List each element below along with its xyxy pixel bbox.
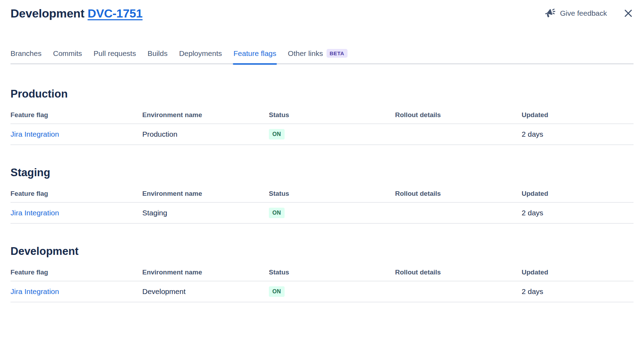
section-production: Production Feature flag Environment name… <box>10 87 634 145</box>
section-title: Production <box>10 87 634 101</box>
environment-name-cell: Production <box>142 130 269 138</box>
status-badge: ON <box>269 208 285 218</box>
tab-feature-flags[interactable]: Feature flags <box>234 49 277 58</box>
table-header-row: Feature flag Environment name Status Rol… <box>10 111 634 124</box>
column-header-environment-name: Environment name <box>142 268 269 276</box>
table-row: Jira Integration Staging ON 2 days <box>10 203 634 224</box>
column-header-environment-name: Environment name <box>142 190 269 198</box>
column-header-environment-name: Environment name <box>142 111 269 119</box>
feature-flag-cell: Jira Integration <box>10 209 142 217</box>
column-header-status: Status <box>269 190 395 198</box>
issue-key-link[interactable]: DVC-1751 <box>88 7 143 20</box>
tab-commits[interactable]: Commits <box>53 49 82 58</box>
panel-title-text: Development <box>10 7 84 20</box>
feature-flag-link[interactable]: Jira Integration <box>10 209 59 217</box>
section-title: Development <box>10 245 634 258</box>
status-badge: ON <box>269 129 285 139</box>
header-actions: Give feedback <box>544 7 634 19</box>
section-staging: Staging Feature flag Environment name St… <box>10 166 634 224</box>
status-badge: ON <box>269 286 285 297</box>
table-header-row: Feature flag Environment name Status Rol… <box>10 268 634 281</box>
column-header-rollout-details: Rollout details <box>395 268 522 276</box>
table-header-row: Feature flag Environment name Status Rol… <box>10 190 634 203</box>
column-header-updated: Updated <box>522 190 634 198</box>
column-header-status: Status <box>269 268 395 276</box>
page-title: Development DVC-1751 <box>10 6 143 21</box>
dev-panel-tabs: Branches Commits Pull requests Builds De… <box>10 49 634 64</box>
environment-name-cell: Development <box>142 287 269 296</box>
section-development: Development Feature flag Environment nam… <box>10 245 634 302</box>
section-title: Staging <box>10 166 634 179</box>
column-header-feature-flag: Feature flag <box>10 268 142 276</box>
status-cell: ON <box>269 129 395 139</box>
table-row: Jira Integration Development ON 2 days <box>10 281 634 302</box>
feature-flag-cell: Jira Integration <box>10 130 142 138</box>
column-header-feature-flag: Feature flag <box>10 111 142 119</box>
status-cell: ON <box>269 208 395 218</box>
status-cell: ON <box>269 286 395 297</box>
tab-other-links[interactable]: Other links BETA <box>288 49 348 58</box>
column-header-updated: Updated <box>522 111 634 119</box>
megaphone-icon <box>544 7 556 19</box>
beta-badge: BETA <box>327 49 348 58</box>
panel-header: Development DVC-1751 <box>10 6 634 21</box>
close-button[interactable] <box>623 8 634 19</box>
close-icon <box>623 8 634 19</box>
tab-builds[interactable]: Builds <box>148 49 167 58</box>
updated-cell: 2 days <box>522 209 634 217</box>
feature-flag-cell: Jira Integration <box>10 287 142 296</box>
column-header-status: Status <box>269 111 395 119</box>
development-panel: Development DVC-1751 <box>0 0 644 302</box>
environment-name-cell: Staging <box>142 209 269 217</box>
tab-pull-requests[interactable]: Pull requests <box>94 49 136 58</box>
give-feedback-button[interactable]: Give feedback <box>544 7 607 19</box>
column-header-feature-flag: Feature flag <box>10 190 142 198</box>
feature-flag-link[interactable]: Jira Integration <box>10 287 59 295</box>
updated-cell: 2 days <box>522 130 634 138</box>
table-row: Jira Integration Production ON 2 days <box>10 124 634 145</box>
column-header-rollout-details: Rollout details <box>395 111 522 119</box>
tab-branches[interactable]: Branches <box>10 49 42 58</box>
column-header-rollout-details: Rollout details <box>395 190 522 198</box>
give-feedback-label: Give feedback <box>560 9 607 17</box>
feature-flag-link[interactable]: Jira Integration <box>10 130 59 138</box>
column-header-updated: Updated <box>522 268 634 276</box>
updated-cell: 2 days <box>522 287 634 296</box>
tab-deployments[interactable]: Deployments <box>179 49 222 58</box>
